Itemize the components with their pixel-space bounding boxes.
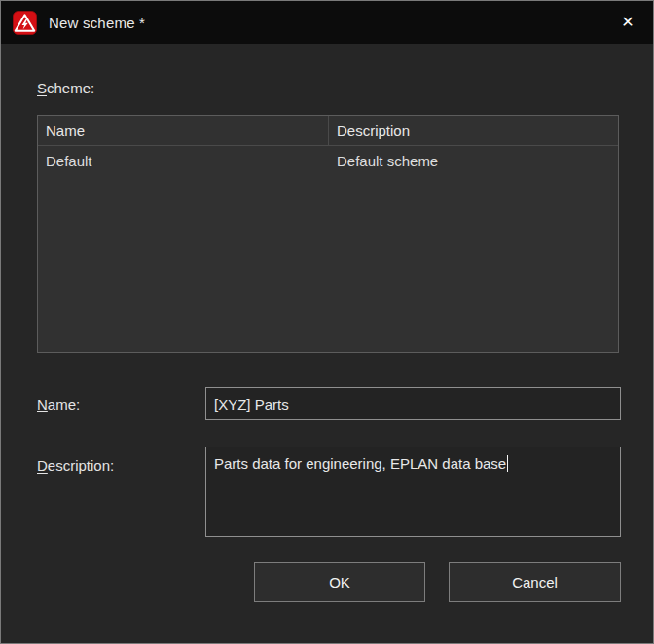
close-button[interactable]: ✕ bbox=[612, 7, 643, 36]
scheme-label-rest: cheme: bbox=[47, 80, 94, 96]
window-title: New scheme * bbox=[49, 15, 145, 31]
column-header-name[interactable]: Name bbox=[38, 116, 329, 145]
scheme-table-header: Name Description bbox=[38, 116, 618, 146]
name-label-mnemonic: N bbox=[37, 396, 48, 412]
scheme-label-mnemonic: S bbox=[37, 80, 47, 96]
cancel-button[interactable]: Cancel bbox=[449, 562, 621, 602]
description-label-mnemonic: D bbox=[37, 457, 48, 474]
name-input[interactable] bbox=[205, 387, 621, 420]
table-row[interactable]: Default Default scheme bbox=[38, 146, 618, 176]
new-scheme-dialog: New scheme * ✕ Scheme: Name Description … bbox=[0, 0, 654, 644]
scheme-table: Name Description Default Default scheme bbox=[37, 115, 619, 353]
eplan-logo-icon bbox=[13, 11, 37, 35]
title-bar[interactable]: New scheme * ✕ bbox=[1, 1, 653, 44]
row-cell-description: Default scheme bbox=[329, 146, 618, 176]
ok-button[interactable]: OK bbox=[254, 562, 425, 602]
description-label: Description: bbox=[37, 457, 114, 474]
text-caret bbox=[507, 455, 508, 472]
close-icon: ✕ bbox=[621, 13, 634, 31]
name-label: Name: bbox=[37, 396, 80, 412]
description-text: Parts data for engineering, EPLAN data b… bbox=[214, 455, 506, 472]
scheme-label: Scheme: bbox=[37, 80, 94, 96]
row-cell-name: Default bbox=[38, 146, 329, 176]
column-header-description[interactable]: Description bbox=[329, 116, 618, 145]
name-label-rest: ame: bbox=[48, 396, 80, 412]
description-input[interactable]: Parts data for engineering, EPLAN data b… bbox=[205, 447, 621, 537]
description-label-rest: escription: bbox=[48, 457, 114, 474]
